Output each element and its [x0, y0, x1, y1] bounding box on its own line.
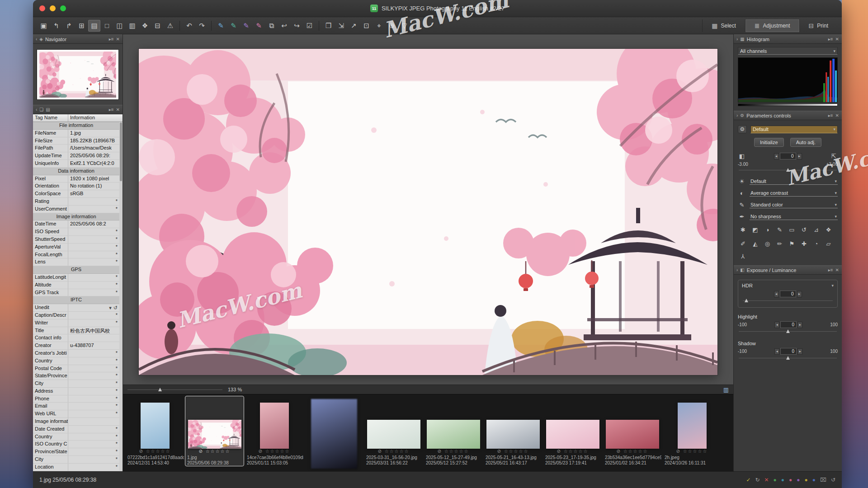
detach-meta-icon[interactable]: ▸≡	[109, 107, 114, 112]
paste-parameters-icon[interactable]: ⇲	[335, 20, 347, 32]
metadata-row[interactable]: City*	[33, 456, 119, 464]
slider-thumb[interactable]	[786, 356, 790, 360]
ev-value[interactable]: 0	[780, 153, 796, 160]
mark-purple-icon[interactable]: ●	[797, 477, 800, 483]
share-icon[interactable]: ↗	[348, 20, 360, 32]
trash-icon[interactable]: ⌧	[820, 477, 826, 483]
multi-view-icon[interactable]: ⊟	[151, 20, 164, 32]
metadata-row[interactable]: DateTime2025/05/06 08:2	[33, 221, 119, 228]
ev-spinner[interactable]: ◂ 0 ▸	[774, 153, 802, 160]
metadata-row[interactable]: Location*	[33, 464, 119, 471]
preview-split-icon[interactable]: ◫	[113, 20, 126, 32]
crop-tool-icon[interactable]: ▱	[823, 239, 834, 248]
preset-select[interactable]: Default ▾	[750, 126, 838, 133]
shadow-slider[interactable]	[738, 356, 838, 361]
metadata-row[interactable]: FileSize185.22KB (189667B	[33, 137, 119, 145]
metadata-row[interactable]: OrientationNo rotation (1)	[33, 183, 119, 190]
channel-select[interactable]: All channels ▾	[738, 47, 838, 55]
metadata-row[interactable]: Creatoru-4388707	[33, 342, 119, 350]
composite-tool-icon[interactable]: ❖	[823, 225, 834, 234]
mark-pink-icon[interactable]: ●	[789, 477, 792, 483]
rotate-tool-icon[interactable]: ↺	[799, 225, 809, 234]
detach-exposure-icon[interactable]: ▸≡	[828, 267, 833, 272]
hdr-slider[interactable]	[742, 298, 834, 304]
metadata-row[interactable]: Country*	[33, 433, 119, 441]
metadata-row[interactable]: Creator's Jobti*	[33, 350, 119, 357]
close-params-icon[interactable]: ✕	[835, 113, 839, 118]
metadata-row[interactable]: ISO Country C*	[33, 441, 119, 448]
thumbnail-list-icon[interactable]: ▤	[88, 20, 100, 32]
brush-tool-icon[interactable]: ✐	[738, 239, 748, 248]
color-select[interactable]: Standard color ▾	[750, 201, 838, 208]
stack-icon[interactable]: ⧉	[265, 20, 278, 32]
fullscreen-icon[interactable]: ❖	[139, 20, 151, 32]
rating-stars[interactable]: ⊘ ☆☆☆☆☆	[484, 449, 542, 455]
rating-stars[interactable]: ⊘ ☆☆☆☆☆	[543, 449, 602, 455]
slider-thumb[interactable]	[745, 299, 748, 302]
marker-violet-ic[interactable]: ✎	[240, 20, 252, 32]
rating-stars[interactable]: ⊘ ☆☆☆☆☆	[424, 449, 482, 455]
zoom-slider[interactable]	[127, 387, 222, 392]
slider-thumb[interactable]	[786, 168, 790, 172]
highlight-slider[interactable]	[738, 329, 838, 334]
mark-green-icon[interactable]: ●	[774, 477, 777, 483]
repair-tool-icon[interactable]: ✚	[799, 239, 809, 248]
tag-column-header[interactable]: Tag Name	[33, 114, 68, 122]
metadata-row[interactable]: FilePath/Users/macw/Desk	[33, 145, 119, 152]
rating-stars[interactable]: ⊘ ☆☆☆☆☆	[603, 449, 661, 455]
filmstrip-item[interactable]: ⊘ ☆☆☆☆☆2h.jpeg2024/10/26 16:11:31	[663, 396, 721, 466]
filmstrip-toggle-icon[interactable]: ▥	[723, 386, 729, 393]
hdr-spinner[interactable]: ◂ 0 ▸	[774, 291, 802, 297]
metadata-row[interactable]: Contact info	[33, 334, 119, 342]
wb-tool-icon[interactable]: ✱	[738, 225, 748, 234]
marker-pink-icon[interactable]: ✎	[253, 20, 265, 32]
metadata-row[interactable]: ApertureVal*	[33, 244, 119, 251]
flag-left-icon[interactable]: ↰	[50, 20, 62, 32]
workflow-icon[interactable]: ⅄	[738, 252, 748, 261]
select-mode-button[interactable]: ▦ Select	[702, 19, 745, 32]
highlight-spinner[interactable]: ◂ 0 ▸	[774, 321, 802, 328]
flag-tool-icon[interactable]: ⚑	[787, 239, 797, 248]
expand-control-icon[interactable]: ⇱	[830, 153, 838, 160]
metadata-row[interactable]: Caption/Descr*	[33, 312, 119, 319]
scrollbar-thumb[interactable]	[120, 122, 122, 181]
metadata-row[interactable]: Date Created*	[33, 426, 119, 433]
filmstrip-item[interactable]: ⊘ ☆☆☆☆☆07222bd1c1a912417d8aadc2e2024/12/…	[126, 396, 184, 466]
contrast-select[interactable]: Average contrast ▾	[750, 189, 838, 197]
metadata-row[interactable]: UniqueInfoExif2.1 YCbCr(4:2:0	[33, 160, 119, 168]
print-mode-button[interactable]: ⊟ Print	[799, 19, 837, 32]
detach-params-icon[interactable]: ▸≡	[828, 113, 833, 118]
spinner-right-icon[interactable]: ▸	[797, 348, 802, 355]
navigator-thumbnail[interactable]	[37, 49, 119, 100]
perspective-tool-icon[interactable]: ⊿	[811, 225, 821, 234]
info-column-header[interactable]: Information	[68, 114, 123, 122]
close-meta-icon[interactable]: ✕	[116, 107, 120, 112]
develop-export-icon[interactable]: ▣	[38, 20, 50, 32]
collapse-params-icon[interactable]: ›	[736, 113, 738, 118]
filmstrip-item[interactable]: ⊘ ☆☆☆☆☆1.jpg2025/05/06 08:29:38	[185, 396, 244, 466]
gear-icon[interactable]: ⚙	[738, 125, 747, 133]
pen-tool-icon[interactable]: ✎	[774, 225, 785, 234]
thumbnail-grid-icon[interactable]: ⊞	[75, 20, 88, 32]
monochrome-tool-icon[interactable]: ◑	[762, 225, 773, 234]
shadow-spinner[interactable]: ◂ 0 ▸	[774, 348, 802, 355]
magnifier-icon[interactable]: ⊕	[386, 20, 398, 32]
spinner-right-icon[interactable]: ▸	[797, 291, 802, 297]
marker-blue-icon[interactable]: ✎	[215, 20, 227, 32]
warning-display-icon[interactable]: ⚠	[164, 20, 176, 32]
filmstrip-item[interactable]: ⊘ ☆☆☆☆☆14ce7cae3b66ef4b8e0109d8c2025/01/…	[245, 396, 303, 466]
adjustment-mode-button[interactable]: ≣ Adjustment	[745, 19, 799, 32]
filmstrip-item[interactable]: ⊘ ☆☆☆☆☆2025-03-31_16-56-20.jpg2025/03/31…	[364, 396, 423, 466]
eye-tool-icon[interactable]: ◎	[762, 239, 773, 248]
metadata-row[interactable]: UserComment*	[33, 206, 119, 213]
metadata-row[interactable]: Image information	[33, 418, 119, 426]
mark-blue-icon[interactable]: ●	[812, 477, 816, 483]
collapse-exposure-icon[interactable]: ›	[736, 267, 738, 272]
reset-icon[interactable]: ↺	[831, 477, 835, 483]
zoom-slider-thumb[interactable]	[158, 388, 162, 391]
fringe-tool-icon[interactable]: ◔	[811, 239, 821, 248]
preview-triple-icon[interactable]: ▥	[126, 20, 138, 32]
white-balance-select[interactable]: Default ▾	[750, 178, 838, 185]
metadata-row[interactable]: City*	[33, 380, 119, 388]
filmstrip-item[interactable]: ⊘ ☆☆☆☆☆2025-05-21_16-43-13.jpg2025/05/21…	[484, 396, 542, 466]
